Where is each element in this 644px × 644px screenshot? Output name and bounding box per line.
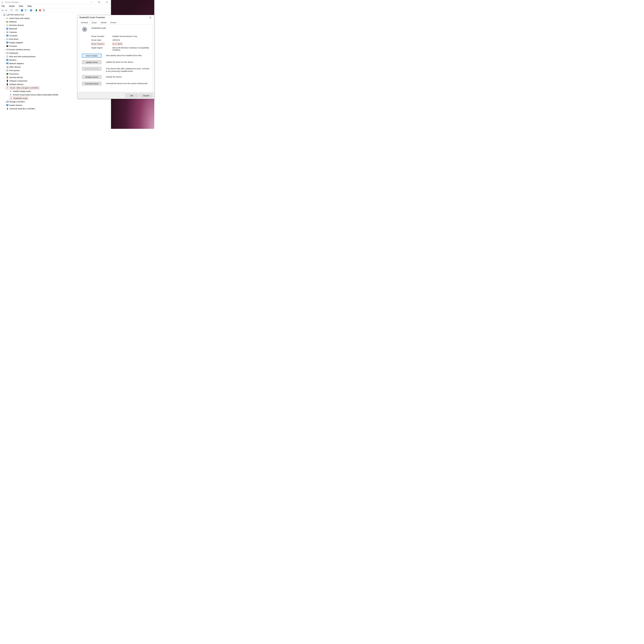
chevron-right-icon[interactable]: › (4, 52, 6, 54)
scan-hardware-button[interactable] (24, 9, 28, 12)
speaker-icon (10, 97, 13, 100)
chevron-right-icon[interactable]: › (4, 35, 6, 37)
chevron-down-icon[interactable]: ⌄ (1, 14, 3, 16)
titlebar[interactable]: Device Manager (0, 0, 111, 4)
chevron-right-icon[interactable]: › (4, 42, 6, 44)
category-icon (6, 100, 9, 103)
chevron-right-icon[interactable]: › (4, 69, 6, 71)
maximize-button[interactable] (95, 0, 103, 4)
svg-rect-2 (2, 3, 3, 3)
tree-category[interactable]: ›Storage controllers (1, 100, 111, 103)
driver-details-button[interactable]: Driver Details (82, 54, 101, 58)
chevron-right-icon[interactable]: › (4, 76, 6, 78)
properties-dialog: Realtek(R) Audio Properties General Driv… (77, 15, 154, 99)
close-button[interactable] (103, 0, 111, 4)
tree-category[interactable]: ›Universal Serial Bus controllers (1, 107, 111, 110)
chevron-right-icon[interactable]: › (4, 108, 6, 110)
svg-rect-42 (6, 42, 8, 43)
svg-rect-7 (2, 10, 4, 11)
chevron-right-icon[interactable]: › (4, 80, 6, 82)
back-button[interactable] (1, 9, 4, 12)
uninstall-device-button[interactable]: Uninstall Device (82, 82, 101, 86)
category-icon (6, 45, 9, 48)
chevron-right-icon[interactable]: › (4, 38, 6, 40)
chevron-right-icon[interactable]: › (4, 101, 6, 103)
category-icon (6, 41, 9, 44)
tab-general[interactable]: General (79, 20, 90, 24)
category-icon (6, 107, 9, 110)
svg-rect-21 (31, 11, 31, 11)
category-label: Human Interface Devices (9, 49, 30, 51)
svg-rect-4 (99, 2, 100, 3)
chevron-down-icon[interactable]: ⌄ (4, 87, 6, 89)
chevron-right-icon[interactable]: › (4, 17, 6, 19)
chevron-right-icon[interactable]: › (4, 45, 6, 47)
chevron-right-icon[interactable]: › (4, 83, 6, 85)
tree-category[interactable]: ›System devices (1, 103, 111, 107)
enable-device-button[interactable] (35, 9, 38, 12)
svg-rect-39 (7, 36, 8, 37)
properties-icon-button[interactable] (15, 9, 19, 12)
cancel-button[interactable]: Cancel (139, 94, 152, 98)
category-icon: ? (6, 66, 9, 68)
svg-point-37 (7, 32, 8, 33)
chevron-right-icon[interactable]: › (4, 31, 6, 33)
disable-device-button[interactable] (42, 9, 46, 12)
device-label: NVIDIA Virtual Audio Device (Wave Extens… (13, 94, 58, 96)
category-icon (6, 17, 9, 20)
chevron-right-icon[interactable]: › (4, 28, 6, 30)
category-label: Print queues (9, 69, 20, 71)
dialog-actions: OK Cancel (77, 92, 154, 99)
disable-device-desc: Disable the device. (106, 75, 150, 78)
disable-device-button[interactable]: Disable Device (82, 75, 101, 79)
menu-action[interactable]: Action (9, 5, 15, 8)
category-label: Software devices (9, 83, 23, 85)
svg-rect-66 (7, 70, 8, 70)
category-icon (6, 83, 9, 86)
category-label: Cameras (9, 31, 17, 33)
chevron-right-icon[interactable]: › (4, 62, 6, 64)
category-label: Computer (9, 35, 18, 37)
update-driver-button[interactable] (29, 9, 33, 12)
svg-point-33 (7, 25, 8, 26)
category-label: Processors (9, 73, 19, 75)
chevron-right-icon[interactable]: › (4, 24, 6, 26)
chevron-right-icon[interactable]: › (4, 66, 6, 68)
svg-rect-61 (8, 64, 9, 64)
update-driver-button[interactable]: Update Driver (82, 60, 101, 64)
help-button[interactable]: ? (20, 9, 24, 12)
tab-events[interactable]: Events (108, 20, 118, 24)
svg-rect-79 (7, 108, 8, 110)
category-icon (6, 52, 9, 54)
minimize-button[interactable] (88, 0, 95, 4)
svg-point-41 (8, 39, 8, 39)
dialog-title-text: Realtek(R) Audio Properties (79, 16, 105, 19)
window-title: Device Manager (5, 1, 19, 3)
close-button[interactable] (147, 15, 153, 20)
date-key: Driver Date: (91, 39, 112, 41)
menubar: File Action View Help (0, 4, 111, 8)
version-key: Driver Version: (91, 43, 105, 45)
dialog-titlebar[interactable]: Realtek(R) Audio Properties (77, 15, 154, 20)
chevron-right-icon[interactable]: › (4, 59, 6, 61)
computer-icon (3, 13, 6, 16)
driver-details-desc: View details about the installed driver … (106, 54, 150, 57)
chevron-right-icon[interactable]: › (4, 73, 6, 75)
uninstall-device-button[interactable] (38, 9, 42, 12)
ok-button[interactable]: OK (125, 94, 138, 98)
chevron-right-icon[interactable]: › (4, 104, 6, 106)
show-hide-tree-button[interactable] (10, 9, 13, 12)
tab-driver[interactable]: Driver (90, 21, 99, 24)
menu-file[interactable]: File (1, 5, 5, 8)
chevron-right-icon[interactable]: › (4, 21, 6, 23)
category-icon (6, 27, 9, 30)
menu-help[interactable]: Help (27, 5, 32, 8)
update-driver-desc: Update the driver for this device. (106, 60, 150, 63)
menu-view[interactable]: View (18, 5, 24, 8)
tab-details[interactable]: Details (99, 20, 108, 24)
forward-button[interactable] (4, 9, 8, 12)
chevron-right-icon[interactable]: › (4, 49, 6, 50)
category-label: Storage controllers (9, 101, 25, 103)
chevron-right-icon[interactable]: › (4, 56, 6, 57)
category-icon (6, 69, 9, 72)
